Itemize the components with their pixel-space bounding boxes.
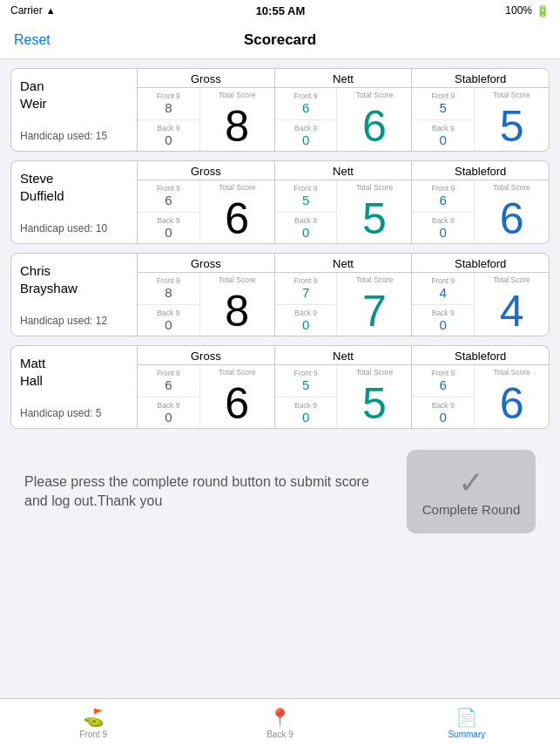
nett-total-col-0: Total Score 6 xyxy=(337,88,411,151)
reset-button[interactable]: Reset xyxy=(14,32,51,48)
nett-total-val-0: 6 xyxy=(362,99,387,151)
nett-total-col-3: Total Score 5 xyxy=(337,365,411,428)
battery-icon: 🔋 xyxy=(536,4,550,17)
player-card-2: ChrisBrayshaw Handicap used: 12 Gross Fr… xyxy=(10,253,550,336)
nett-back9-row-3: Back 9 0 xyxy=(275,397,337,429)
tab-bar: ⛳ Front 9 📍 Back 9 📄 Summary xyxy=(0,698,560,747)
nett-front9-label-0: Front 9 xyxy=(294,92,318,100)
gross-total-label-1: Total Score xyxy=(219,180,256,192)
gross-front9-val-1: 6 xyxy=(165,193,172,207)
stableford-front9-val-3: 6 xyxy=(440,377,447,392)
nett-body-0: Front 9 6 Back 9 0 Total Score 6 xyxy=(275,88,412,151)
tab-front9[interactable]: ⛳ Front 9 xyxy=(0,699,186,747)
gross-total-col-0: Total Score 8 xyxy=(200,88,274,151)
gross-body-0: Front 9 8 Back 9 0 Total Score 8 xyxy=(138,88,274,151)
complete-round-label: Complete Round xyxy=(422,502,521,517)
nett-back9-label-0: Back 9 xyxy=(294,124,317,132)
stableford-header-0: Stableford xyxy=(412,69,549,88)
nett-group-2: Nett Front 9 7 Back 9 0 Total Score xyxy=(275,254,413,336)
nett-front9-val-0: 6 xyxy=(302,100,309,115)
gross-group-0: Gross Front 9 8 Back 9 0 Total Score xyxy=(138,69,275,151)
gross-total-col-1: Total Score 6 xyxy=(200,180,274,243)
stableford-total-label-2: Total Score xyxy=(493,273,530,284)
nett-back9-label-3: Back 9 xyxy=(294,401,317,410)
stableford-back9-val-3: 0 xyxy=(440,410,447,424)
nett-back9-row-0: Back 9 0 xyxy=(275,120,337,152)
player-cards: DanWeir Handicap used: 15 Gross Front 9 … xyxy=(10,68,550,429)
stableford-total-val-3: 6 xyxy=(500,377,524,428)
stableford-total-col-2: Total Score 4 xyxy=(475,273,549,336)
nett-front9-label-2: Front 9 xyxy=(294,276,318,285)
stableford-front9-row-0: Front 9 5 xyxy=(412,88,474,120)
nett-header-2: Nett xyxy=(275,254,412,273)
gross-front9-val-2: 8 xyxy=(165,285,172,300)
gross-back9-val-3: 0 xyxy=(165,410,172,424)
gross-group-2: Gross Front 9 8 Back 9 0 Total Score xyxy=(138,254,275,336)
stableford-front9-label-0: Front 9 xyxy=(431,92,455,100)
stableford-total-col-3: Total Score 6 xyxy=(475,365,549,428)
nett-back9-val-0: 0 xyxy=(302,132,309,147)
player-card-1: SteveDuffield Handicap used: 10 Gross Fr… xyxy=(10,160,550,244)
gross-back9-row-1: Back 9 0 xyxy=(138,213,199,244)
stableford-back9-label-1: Back 9 xyxy=(432,216,455,225)
tab-back9[interactable]: 📍 Back 9 xyxy=(186,699,373,747)
stableford-total-col-0: Total Score 5 xyxy=(475,88,549,151)
nett-group-0: Nett Front 9 6 Back 9 0 Total Score xyxy=(275,69,413,151)
nett-back9-label-1: Back 9 xyxy=(294,216,317,225)
status-left: Carrier ▲ xyxy=(10,4,56,17)
gross-group-3: Gross Front 9 6 Back 9 0 Total Score xyxy=(138,346,275,428)
gross-left-0: Front 9 8 Back 9 0 xyxy=(138,88,200,151)
player-card-0: DanWeir Handicap used: 15 Gross Front 9 … xyxy=(10,68,550,152)
gross-back9-row-3: Back 9 0 xyxy=(138,397,199,429)
scores-section-1: Gross Front 9 6 Back 9 0 Total Score xyxy=(138,161,549,243)
stableford-left-2: Front 9 4 Back 9 0 xyxy=(412,273,475,336)
stableford-front9-label-3: Front 9 xyxy=(431,369,455,377)
nett-total-val-3: 5 xyxy=(362,377,387,428)
complete-round-message: Please press the complete round button t… xyxy=(24,472,393,512)
stableford-total-label-3: Total Score xyxy=(493,365,530,377)
stableford-header-1: Stableford xyxy=(412,161,549,180)
gross-header-2: Gross xyxy=(138,254,274,273)
gross-back9-label-1: Back 9 xyxy=(157,216,179,225)
gross-back9-row-0: Back 9 0 xyxy=(138,120,199,152)
gross-left-1: Front 9 6 Back 9 0 xyxy=(138,180,200,243)
nett-left-1: Front 9 5 Back 9 0 xyxy=(275,180,338,243)
nett-left-3: Front 9 5 Back 9 0 xyxy=(275,365,338,428)
tab-front9-label: Front 9 xyxy=(79,730,107,739)
handicap-label-1: Handicap used: 10 xyxy=(20,217,128,234)
gross-header-1: Gross xyxy=(138,161,274,180)
main-content: DanWeir Handicap used: 15 Gross Front 9 … xyxy=(0,59,560,607)
player-info-3: MattHall Handicap used: 5 xyxy=(11,346,138,428)
nett-back9-label-2: Back 9 xyxy=(294,309,317,317)
stableford-back9-label-0: Back 9 xyxy=(432,124,455,132)
tab-summary[interactable]: 📄 Summary xyxy=(374,699,560,747)
nett-group-1: Nett Front 9 5 Back 9 0 Total Score xyxy=(275,161,413,243)
stableford-front9-row-3: Front 9 6 xyxy=(412,365,474,397)
flag-icon: ⛳ xyxy=(83,707,105,728)
stableford-body-3: Front 9 6 Back 9 0 Total Score 6 xyxy=(412,365,549,428)
stableford-left-0: Front 9 5 Back 9 0 xyxy=(412,88,475,151)
wifi-icon: ▲ xyxy=(46,5,56,16)
gross-front9-row-1: Front 9 6 xyxy=(138,180,199,213)
stableford-back9-val-0: 0 xyxy=(440,132,447,147)
gross-left-2: Front 9 8 Back 9 0 xyxy=(138,273,200,336)
location-icon: 📍 xyxy=(269,707,291,728)
gross-back9-val-0: 0 xyxy=(165,132,172,147)
gross-front9-label-1: Front 9 xyxy=(157,184,180,193)
gross-body-3: Front 9 6 Back 9 0 Total Score 6 xyxy=(138,365,274,428)
nett-total-val-1: 5 xyxy=(362,192,387,243)
stableford-back9-label-2: Back 9 xyxy=(432,309,455,317)
stableford-group-2: Stableford Front 9 4 Back 9 0 Total Sc xyxy=(412,254,549,336)
stableford-front9-val-2: 4 xyxy=(440,285,447,300)
nett-front9-row-1: Front 9 5 xyxy=(275,180,337,213)
nett-left-2: Front 9 7 Back 9 0 xyxy=(275,273,338,336)
stableford-total-label-1: Total Score xyxy=(493,180,530,192)
player-card-3: MattHall Handicap used: 5 Gross Front 9 … xyxy=(10,345,550,429)
complete-round-button[interactable]: ✓ Complete Round xyxy=(407,450,536,533)
checkmark-icon: ✓ xyxy=(458,467,484,499)
scores-section-0: Gross Front 9 8 Back 9 0 Total Score xyxy=(138,69,549,151)
stableford-front9-label-1: Front 9 xyxy=(431,184,455,193)
gross-total-val-0: 8 xyxy=(225,99,249,151)
gross-total-col-3: Total Score 6 xyxy=(200,365,274,428)
handicap-label-3: Handicap used: 5 xyxy=(20,402,128,419)
